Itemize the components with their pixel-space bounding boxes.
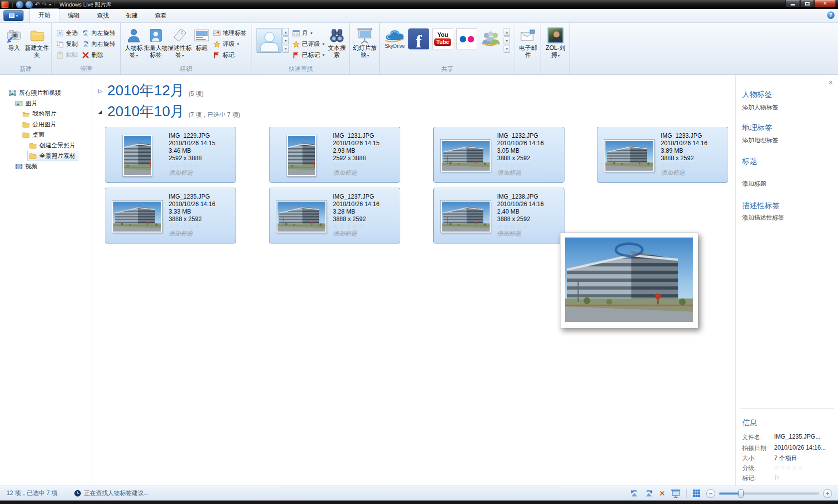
scroll-up-icon[interactable]: ▲ [504,28,510,36]
photo-tile[interactable]: IMG_1238.JPG 2010/10/26 14:16 2.40 MB 38… [433,188,564,244]
zoom-in-button[interactable]: + [823,489,832,498]
add-caption-link[interactable]: 添加标题 [169,230,215,238]
select-all-button[interactable]: 全选 [56,29,78,37]
date-group-title[interactable]: 2010年10月 [107,102,185,122]
photo-rating-stars[interactable]: ☆☆☆☆☆ [333,223,379,230]
rotate-right-icon[interactable] [644,489,653,498]
people-tag-button[interactable]: 人物标签▾ [124,24,144,59]
photo-rating-stars[interactable]: ☆☆☆☆☆ [169,162,215,169]
tab-find[interactable]: 查找 [88,9,117,22]
share-youtube-button[interactable]: You Tube [431,27,454,50]
photo-rating-stars[interactable]: ☆☆☆☆☆ [169,223,215,230]
maximize-button[interactable] [800,0,814,7]
descriptive-tag-button[interactable]: 描述性标签▾ [168,24,192,59]
tab-edit[interactable]: 编辑 [59,9,88,22]
rating-button[interactable]: 评级 ▾ [213,40,247,48]
account-button[interactable]: ZOL-刘搏▾ [544,24,567,59]
thumbnail-view-icon[interactable] [692,489,701,498]
date-group-title[interactable]: 2010年12月 [107,81,185,101]
rotate-left-icon[interactable] [630,489,639,498]
scroll-more-icon[interactable]: ▾ [504,45,510,53]
forward-button[interactable]: → [25,1,33,8]
zoom-slider-thumb[interactable] [738,489,744,498]
filter-flagged-button[interactable]: 已标记 ▾ [292,51,324,59]
photo-tile[interactable]: IMG_1233.JPG 2010/10/26 14:16 3.89 MB 38… [597,127,728,183]
redo-button[interactable]: ↷ [42,1,47,7]
email-button[interactable]: 电子邮件 [518,24,538,58]
undo-button[interactable]: ↶ [35,1,40,7]
new-folder-button[interactable]: 新建文件夹 [25,24,49,58]
photo-rating-stars[interactable]: ☆☆☆☆☆ [661,162,707,169]
zoom-slider[interactable] [719,493,819,495]
tab-create[interactable]: 创建 [117,9,146,22]
share-messenger-button[interactable] [479,27,502,50]
sidebar-item-create-panorama[interactable]: 创建全景照片 [0,140,92,151]
people-filter-avatar[interactable] [257,28,281,53]
share-skydrive-button[interactable]: SkyDrive [383,27,406,50]
photo-rating-stars[interactable]: ☆☆☆☆☆ [333,162,379,169]
qat-customize-button[interactable]: ▾ [49,2,51,7]
sidebar-item-my-pictures[interactable]: 我的图片 [0,109,92,119]
date-group-header-oct[interactable]: ◢ 2010年10月 (7 项，已选中 7 项) [98,102,240,122]
sidebar-item-videos[interactable]: 视频 [0,161,92,172]
rotate-left-button[interactable]: 向左旋转 [82,29,115,37]
file-menu-button[interactable]: ▾ [3,10,23,21]
caption-button[interactable]: 标题 [192,24,212,51]
add-caption-link[interactable]: 添加标题 [497,230,544,238]
import-button[interactable]: 导入 [3,24,25,51]
slideshow-button[interactable]: 幻灯片放映▾ [353,24,377,59]
photo-tile[interactable]: IMG_1231.JPG 2010/10/26 14:15 2.93 MB 25… [269,127,400,183]
add-caption-link[interactable]: 添加标题 [742,180,766,188]
tab-view[interactable]: 查看 [146,9,175,22]
sidebar-item-all-photos-videos[interactable]: 所有照片和视频 [0,88,92,98]
photo-tile[interactable]: IMG_1235.JPG 2010/10/26 14:16 3.33 MB 38… [105,188,236,244]
info-panel-close-button[interactable]: ✕ [829,79,833,86]
expander-expanded-icon[interactable]: ◢ [98,109,103,114]
text-search-button[interactable]: 文本搜索 [327,24,347,58]
tab-home[interactable]: 开始 [29,8,59,22]
delete-button[interactable]: 删除 [82,51,115,59]
minimize-button[interactable] [785,0,800,7]
rotate-right-button[interactable]: 向右旋转 [82,40,115,48]
share-flickr-button[interactable] [455,27,478,50]
expander-collapsed-icon[interactable]: ▷ [98,88,103,94]
sidebar-item-panorama-source[interactable]: 全景照片素材 [0,151,92,161]
photo-tile[interactable]: IMG_1237.JPG 2010/10/26 14:16 3.28 MB 38… [269,188,400,244]
sidebar-item-pictures[interactable]: 图片 [0,98,92,109]
add-caption-link[interactable]: 添加标题 [333,169,379,177]
photo-rating-stars[interactable]: ☆☆☆☆☆ [497,162,544,169]
delete-icon[interactable]: ✕ [659,489,665,498]
sidebar-item-public-pictures[interactable]: 公用图片 [0,119,92,130]
copy-button[interactable]: 复制 [56,40,78,48]
date-group-header-dec[interactable]: ▷ 2010年12月 (5 项) [98,81,204,101]
flag-button[interactable]: 标记 [213,51,247,59]
back-button[interactable]: ← [16,1,23,8]
add-caption-link[interactable]: 添加标题 [497,169,544,177]
batch-people-tag-button[interactable]: 批量人物标签 [144,24,168,58]
share-facebook-button[interactable]: f [407,27,430,50]
add-geotag-link[interactable]: 添加地理标签 [742,136,778,145]
close-window-button[interactable]: ✕ [814,0,836,7]
photo-tile[interactable]: IMG_1229.JPG 2010/10/26 14:15 3.46 MB 25… [105,127,236,183]
zoom-out-button[interactable]: − [706,489,715,498]
scroll-down-icon[interactable]: ▼ [504,36,510,44]
app-icon[interactable] [1,1,8,8]
scroll-more-icon[interactable]: ▾ [282,45,289,53]
add-caption-link[interactable]: 添加标题 [333,230,379,238]
sidebar-item-desktop[interactable]: 桌面 [0,130,92,140]
geotag-button[interactable]: 地理标签 [213,29,247,37]
add-descriptive-tag-link[interactable]: 添加描述性标签 [742,214,784,222]
help-button[interactable]: ? [827,11,835,19]
paste-button[interactable]: 粘贴 [56,51,78,59]
filter-month-button[interactable]: 月 ▾ [292,29,324,37]
add-people-tag-link[interactable]: 添加人物标签 [742,103,778,112]
add-caption-link[interactable]: 添加标题 [661,169,707,177]
flag-outline-icon[interactable]: ⚐ [774,474,780,483]
rating-stars[interactable]: ☆☆☆☆☆ [774,464,804,473]
photo-tile[interactable]: IMG_1232.JPG 2010/10/26 14:16 3.05 MB 38… [433,127,564,183]
scroll-down-icon[interactable]: ▼ [282,36,289,44]
filter-rated-button[interactable]: 已评级 ▾ [292,40,324,48]
add-caption-link[interactable]: 添加标题 [169,169,215,177]
slideshow-icon[interactable] [671,489,681,498]
photo-rating-stars[interactable]: ☆☆☆☆☆ [497,223,544,230]
